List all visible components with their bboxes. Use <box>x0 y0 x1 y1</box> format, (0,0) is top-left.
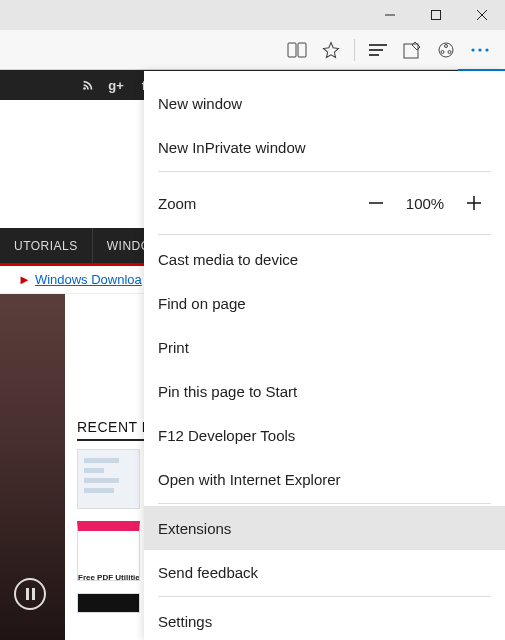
menu-zoom-row: Zoom 100% <box>144 174 505 232</box>
zoom-out-button[interactable] <box>359 186 393 220</box>
svg-point-12 <box>441 50 444 53</box>
menu-print[interactable]: Print <box>144 325 505 369</box>
window-titlebar <box>0 0 505 30</box>
menu-settings[interactable]: Settings <box>144 599 505 640</box>
svg-rect-9 <box>404 44 418 58</box>
breaking-arrow-icon: ► <box>18 272 31 287</box>
menu-zoom-label: Zoom <box>158 195 196 212</box>
recent-thumb-1[interactable] <box>77 449 140 509</box>
favorite-star-icon[interactable] <box>314 33 348 67</box>
toolbar-separator <box>354 39 355 61</box>
menu-divider <box>158 171 491 172</box>
share-icon[interactable] <box>429 33 463 67</box>
menu-feedback[interactable]: Send feedback <box>144 550 505 594</box>
menu-cast[interactable]: Cast media to device <box>144 237 505 281</box>
recent-thumb-2-label: Free PDF Utilities <box>78 573 140 581</box>
svg-rect-1 <box>432 11 441 20</box>
menu-pin[interactable]: Pin this page to Start <box>144 369 505 413</box>
svg-rect-5 <box>298 43 306 57</box>
menu-divider <box>158 596 491 597</box>
hub-icon[interactable] <box>361 33 395 67</box>
svg-point-16 <box>485 48 488 51</box>
menu-new-inprivate[interactable]: New InPrivate window <box>144 125 505 169</box>
menu-find[interactable]: Find on page <box>144 281 505 325</box>
window-maximize-button[interactable] <box>413 0 459 30</box>
svg-point-10 <box>439 43 453 57</box>
svg-point-15 <box>478 48 481 51</box>
zoom-value: 100% <box>403 195 447 212</box>
more-actions-menu: New window New InPrivate window Zoom 100… <box>144 71 505 640</box>
menu-divider <box>158 234 491 235</box>
pause-icon[interactable] <box>14 578 46 610</box>
menu-extensions[interactable]: Extensions <box>144 506 505 550</box>
recent-thumb-2[interactable]: Free PDF Utilities <box>77 521 140 581</box>
window-close-button[interactable] <box>459 0 505 30</box>
breaking-link[interactable]: Windows Downloa <box>35 272 142 287</box>
rss-icon[interactable] <box>80 77 96 93</box>
svg-point-14 <box>471 48 474 51</box>
svg-point-13 <box>448 50 451 53</box>
more-actions-button[interactable] <box>463 33 497 67</box>
window-minimize-button[interactable] <box>367 0 413 30</box>
nav-tab-tutorials[interactable]: UTORIALS <box>0 228 93 263</box>
menu-f12[interactable]: F12 Developer Tools <box>144 413 505 457</box>
menu-divider <box>158 503 491 504</box>
svg-rect-4 <box>288 43 296 57</box>
browser-toolbar <box>0 30 505 70</box>
recent-thumb-3[interactable] <box>77 593 140 613</box>
zoom-in-button[interactable] <box>457 186 491 220</box>
google-plus-icon[interactable]: g+ <box>108 77 124 93</box>
menu-new-window[interactable]: New window <box>144 81 505 125</box>
svg-point-17 <box>83 87 86 90</box>
reading-view-icon[interactable] <box>280 33 314 67</box>
menu-open-ie[interactable]: Open with Internet Explorer <box>144 457 505 501</box>
svg-point-11 <box>445 44 448 47</box>
video-strip[interactable] <box>0 294 65 640</box>
web-note-icon[interactable] <box>395 33 429 67</box>
